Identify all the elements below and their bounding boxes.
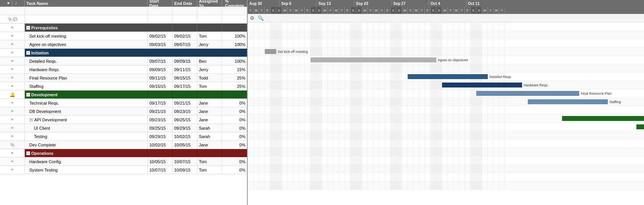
- gantt-row: System Testing: [248, 181, 644, 190]
- table-row: ⚑ Staffing 09/15/15 09/17/15 Tom 25%: [0, 82, 247, 91]
- settings-icon[interactable]: ⚙: [250, 15, 255, 21]
- collapse-initiation[interactable]: −: [26, 51, 30, 55]
- header-pct-complete: %Complete: [222, 0, 247, 6]
- bell-icon: 🔔: [10, 92, 15, 97]
- row-start: 10/07/15: [148, 166, 173, 174]
- flag-icon: ⚑: [11, 110, 14, 113]
- gantt-panel: Aug 30 Sep 6 Sep 13 Sep 20 Sep 27 Oct 4 …: [248, 0, 644, 205]
- gantt-bar[interactable]: [311, 57, 436, 62]
- row-task-name: Technical Reqs.: [25, 99, 148, 107]
- group-start: [148, 149, 173, 157]
- day-header-cell: T: [299, 7, 305, 14]
- row-start: [148, 7, 173, 15]
- row-icons: ⚑: [0, 132, 25, 140]
- row-icons: ⚑: [0, 57, 25, 65]
- group-label-development: − Development: [25, 91, 148, 99]
- table-row: ⚑ DB Development 09/21/15 09/23/15 Jane …: [0, 107, 247, 116]
- row-pct: 25%: [222, 82, 247, 90]
- collapse-development[interactable]: −: [26, 93, 30, 97]
- gantt-bar[interactable]: [265, 49, 276, 54]
- flag-icon: ⚑: [11, 151, 14, 155]
- row-task-name: Hardware Reqs.: [25, 65, 148, 73]
- row-pct: 25%: [222, 74, 247, 82]
- day-header-cell: S: [476, 7, 482, 14]
- day-header-cell: W: [413, 7, 419, 14]
- row-icons: ⚑: [0, 82, 25, 90]
- row-start: 10/02/15: [148, 141, 173, 149]
- collapse-operations[interactable]: −: [26, 151, 30, 155]
- gantt-bar[interactable]: [636, 124, 644, 129]
- table-row: ⚑ Agree on objectives 09/03/15 09/07/15 …: [0, 40, 247, 49]
- row-icons: ⚑: [0, 107, 25, 115]
- day-header-cell: T: [448, 7, 453, 14]
- table-row: ⚑ Set kick-off meeting 09/02/15 09/02/15…: [0, 32, 247, 40]
- flag-icon: ⚑: [11, 135, 14, 138]
- day-header-cell: W: [373, 7, 379, 14]
- gantt-row: Agree on objectives: [248, 56, 644, 64]
- gantt-bar[interactable]: [528, 99, 608, 104]
- day-header-cell: W: [453, 7, 459, 14]
- row-pct: 100%: [222, 57, 247, 65]
- gantt-bar[interactable]: [408, 74, 488, 79]
- header-start-date: StartDate: [148, 0, 173, 6]
- row-end: 10/07/15: [173, 157, 197, 165]
- row-task-name: Detailed Reqs.: [25, 57, 148, 65]
- row-end: 09/07/15: [173, 40, 197, 48]
- row-pct: 0%: [222, 124, 247, 132]
- day-header-cell: T: [288, 7, 293, 14]
- table-row: ⚑ System Testing 10/07/15 10/09/15 Tom 0…: [0, 166, 247, 174]
- group-row-initiation: ⚑ − Initiation: [0, 49, 247, 57]
- row-start: 09/21/15: [148, 107, 173, 115]
- gantt-row: [248, 165, 644, 173]
- day-header-cell: M: [442, 7, 448, 14]
- gantt-row: Staffing: [248, 98, 644, 106]
- row-assigned: Jerry: [197, 65, 222, 73]
- header-icons-col: ⚑ i: [0, 0, 25, 6]
- row-start: 09/15/15: [148, 82, 173, 90]
- row-assigned: Jane: [197, 116, 222, 124]
- row-pct: 0%: [222, 116, 247, 124]
- row-start: 09/17/15: [148, 99, 173, 107]
- row-pct: 0%: [222, 99, 247, 107]
- attach-icon: 📎: [10, 143, 14, 147]
- gantt-bar[interactable]: [476, 91, 579, 96]
- zoom-icon[interactable]: 🔍: [258, 15, 264, 21]
- flag-icon: ⚑: [11, 101, 14, 105]
- day-header-cell: F: [265, 7, 271, 14]
- table-row: ⚑ − API Development 09/23/15 09/25/15 Ja…: [0, 116, 247, 124]
- day-header-cell: T: [368, 7, 373, 14]
- row-pct: 0%: [222, 166, 247, 174]
- row-assigned: Sarah: [197, 132, 222, 140]
- gantt-toolbar: ⚙ 🔍: [248, 14, 644, 22]
- gantt-bar[interactable]: [442, 83, 522, 87]
- day-header-cell: W: [293, 7, 299, 14]
- collapse-prerequisites[interactable]: −: [26, 26, 30, 30]
- header-assigned-to: Assigned To: [197, 0, 222, 6]
- table-row: [0, 7, 247, 15]
- day-header-cell: M: [362, 7, 368, 14]
- day-header-cell: S: [271, 7, 276, 14]
- row-icons: ⚑: [0, 24, 25, 32]
- row-icons: ⚑: [0, 157, 25, 165]
- attach-icon: 📎: [8, 17, 12, 21]
- day-header-cell: S: [471, 7, 476, 14]
- group-assigned: [197, 24, 222, 32]
- day-header-cell: S: [436, 7, 442, 14]
- row-end: 09/15/15: [173, 74, 197, 82]
- day-header-cell: M: [482, 7, 488, 14]
- flag-icon: ⚑: [11, 26, 14, 30]
- row-start: 09/11/15: [148, 74, 173, 82]
- row-end: 10/05/15: [173, 141, 197, 149]
- row-task-name: − API Development: [25, 116, 148, 124]
- row-start: 09/29/15: [148, 132, 173, 140]
- group-pct: [222, 91, 247, 99]
- gantt-bar[interactable]: [562, 116, 644, 121]
- row-end: 10/09/15: [173, 166, 197, 174]
- header-info-col: i: [12, 0, 20, 7]
- day-header-cell: M: [322, 7, 328, 14]
- collapse-api[interactable]: −: [29, 118, 33, 122]
- gantt-row: Hardware Reqs.: [248, 81, 644, 89]
- day-header-cell: W: [253, 7, 259, 14]
- row-end: [173, 7, 197, 15]
- row-start: 09/23/15: [148, 116, 173, 124]
